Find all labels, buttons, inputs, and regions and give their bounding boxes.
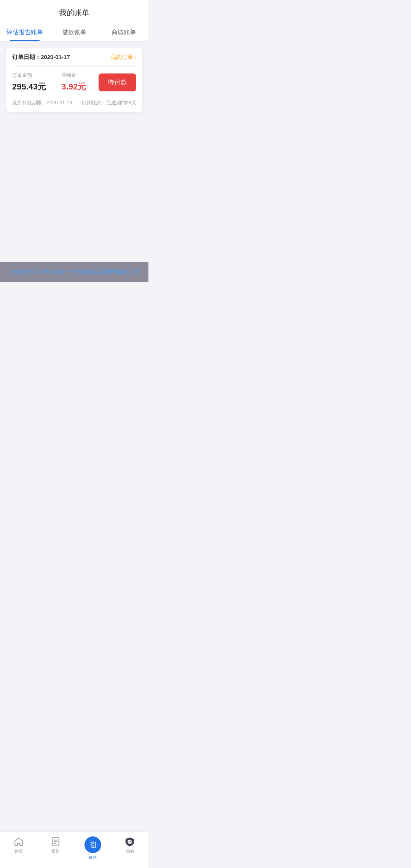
overdue-amount-item: 滞纳金 3.92元	[61, 72, 86, 93]
my-order-link[interactable]: 我的订单 ›	[110, 54, 136, 61]
order-amount-value: 295.43元	[12, 81, 46, 93]
nav-spacer	[0, 282, 148, 312]
order-date: 订单日期：2020-01-17	[12, 54, 70, 61]
tab-evaluation-report[interactable]: 评估报告账单	[0, 24, 49, 41]
banner-link[interactable]: TP钱包代币不显示金额？一文解析背后原因与解决之道	[10, 269, 139, 275]
pay-button[interactable]: 待付款	[99, 73, 136, 91]
order-footer: 最后付款期限：2020-01-19 付款状态：已逾期约28天	[12, 98, 136, 106]
tab-mall[interactable]: 商城账单	[99, 24, 148, 41]
tabs-container: 评估报告账单 借款账单 商城账单	[0, 24, 148, 41]
overdue-amount-value: 3.92元	[61, 81, 86, 93]
empty-space	[0, 148, 148, 262]
order-amount-item: 订单金额 295.43元	[12, 72, 46, 93]
chevron-right-icon: ›	[135, 54, 136, 60]
order-amounts: 订单金额 295.43元 滞纳金 3.92元	[12, 72, 86, 93]
order-status: 付款状态：已逾期约28天	[81, 99, 136, 106]
banner: TP钱包代币不显示金额？一文解析背后原因与解决之道	[0, 262, 148, 282]
order-body: 订单金额 295.43元 滞纳金 3.92元 待付款	[12, 67, 136, 98]
order-card: 订单日期：2020-01-17 我的订单 › 订单金额 295.43元 滞纳金 …	[6, 48, 142, 112]
tab-loan[interactable]: 借款账单	[49, 24, 99, 41]
main-content: 订单日期：2020-01-17 我的订单 › 订单金额 295.43元 滞纳金 …	[0, 41, 148, 148]
order-header: 订单日期：2020-01-17 我的订单 ›	[12, 54, 136, 67]
order-deadline: 最后付款期限：2020-01-19	[12, 99, 72, 106]
page-title: 我的账单	[0, 0, 148, 24]
